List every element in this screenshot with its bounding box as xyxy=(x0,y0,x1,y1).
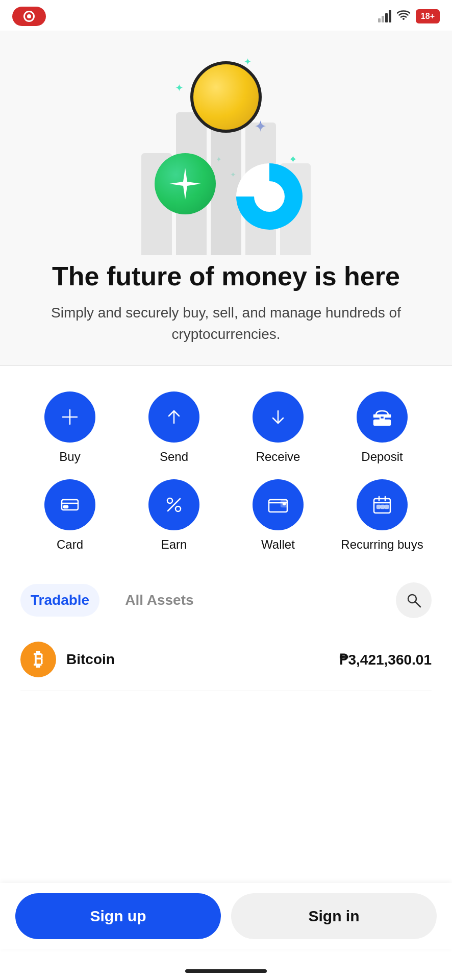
camera-pill xyxy=(12,7,46,26)
status-bar: 18+ xyxy=(0,0,452,31)
svg-line-25 xyxy=(415,602,420,607)
hero-title: The future of money is here xyxy=(32,260,420,292)
svg-rect-21 xyxy=(377,505,380,508)
blue-coin xyxy=(236,163,303,230)
wifi-icon xyxy=(396,9,411,23)
recurring-label: Recurring buys xyxy=(341,537,423,552)
signal-icon xyxy=(378,10,391,22)
asset-name: Bitcoin xyxy=(66,651,115,668)
deposit-label: Deposit xyxy=(361,450,403,464)
asset-list: ₿ Bitcoin ₱3,421,360.01 xyxy=(0,628,452,691)
svg-point-11 xyxy=(167,498,172,503)
blue-coin-inner xyxy=(254,181,285,212)
hero-section: ✦ ✦ ✦ ✦ ✦ ✦ ✦ The future of money is her… xyxy=(0,31,452,365)
action-wallet[interactable]: Wallet xyxy=(229,479,328,552)
action-recurring[interactable]: Recurring buys xyxy=(333,479,432,552)
svg-point-12 xyxy=(175,506,181,511)
receive-label: Receive xyxy=(256,450,300,464)
action-send[interactable]: Send xyxy=(124,391,223,464)
asset-info: ₿ Bitcoin xyxy=(20,642,115,677)
asset-price: ₱3,421,360.01 xyxy=(339,651,432,668)
actions-grid: Buy Send Receive xyxy=(20,391,432,552)
card-circle xyxy=(44,479,95,530)
action-buy[interactable]: Buy xyxy=(20,391,119,464)
sparkle-icon-2: ✦ xyxy=(244,56,252,67)
system-status-icons: 18+ xyxy=(378,9,440,23)
auth-buttons-bar: Sign up Sign in xyxy=(0,883,452,949)
buy-label: Buy xyxy=(59,450,80,464)
tab-all-assets[interactable]: All Assets xyxy=(115,584,204,617)
svg-point-16 xyxy=(283,503,285,505)
action-card[interactable]: Card xyxy=(20,479,119,552)
search-button[interactable] xyxy=(396,582,432,618)
signup-button[interactable]: Sign up xyxy=(15,893,221,939)
svg-rect-23 xyxy=(385,505,388,508)
receive-circle xyxy=(253,391,304,443)
svg-rect-22 xyxy=(381,505,384,508)
svg-line-13 xyxy=(168,499,180,511)
svg-point-0 xyxy=(403,18,405,20)
card-label: Card xyxy=(57,537,83,552)
wallet-circle xyxy=(253,479,304,530)
svg-rect-10 xyxy=(64,506,68,508)
deposit-circle xyxy=(357,391,408,443)
camera-dot-icon xyxy=(23,11,35,22)
recurring-circle xyxy=(357,479,408,530)
svg-rect-5 xyxy=(374,420,390,425)
bitcoin-icon: ₿ xyxy=(20,642,56,677)
wallet-label: Wallet xyxy=(261,537,295,552)
tab-tradable[interactable]: Tradable xyxy=(20,584,99,617)
home-indicator xyxy=(185,969,267,973)
action-deposit[interactable]: Deposit xyxy=(333,391,432,464)
send-circle xyxy=(148,391,199,443)
filter-section: Tradable All Assets xyxy=(0,567,452,628)
hero-illustration: ✦ ✦ ✦ ✦ ✦ ✦ ✦ xyxy=(114,41,338,255)
gold-coin xyxy=(190,61,262,133)
signin-button[interactable]: Sign in xyxy=(231,893,437,939)
camera-indicator xyxy=(12,7,46,26)
hero-subtitle: Simply and securely buy, sell, and manag… xyxy=(0,292,452,345)
send-label: Send xyxy=(160,450,188,464)
earn-circle xyxy=(148,479,199,530)
actions-section: Buy Send Receive xyxy=(0,366,452,567)
svg-rect-7 xyxy=(380,416,384,419)
buy-circle xyxy=(44,391,95,443)
action-earn[interactable]: Earn xyxy=(124,479,223,552)
table-row[interactable]: ₿ Bitcoin ₱3,421,360.01 xyxy=(20,628,432,691)
green-coin xyxy=(155,153,216,214)
filter-tabs: Tradable All Assets xyxy=(20,584,204,617)
action-receive[interactable]: Receive xyxy=(229,391,328,464)
battery-icon: 18+ xyxy=(416,9,440,23)
earn-label: Earn xyxy=(161,537,187,552)
